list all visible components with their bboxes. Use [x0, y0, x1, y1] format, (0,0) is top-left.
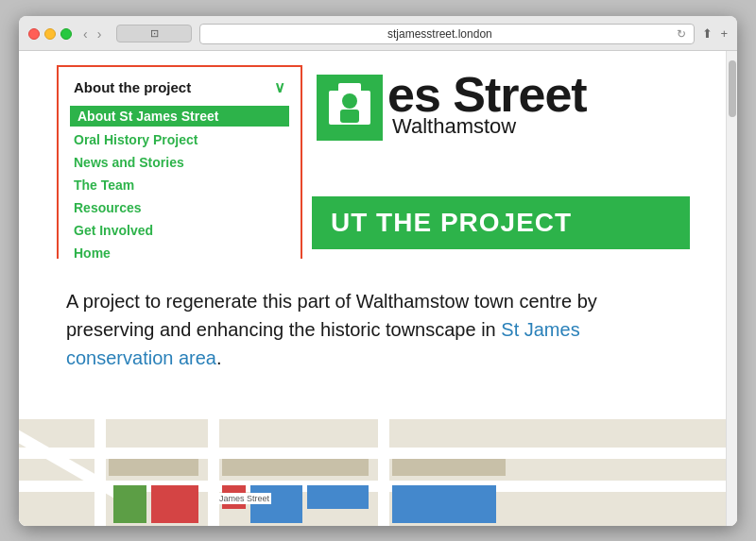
nav-item-oral-history[interactable]: Oral History Project [74, 130, 285, 149]
reload-icon[interactable]: ↻ [677, 27, 686, 41]
map-block-1 [109, 459, 198, 476]
scrollbar-thumb[interactable] [729, 60, 736, 117]
nav-item-home[interactable]: Home [74, 244, 285, 259]
add-tab-icon[interactable]: + [720, 26, 728, 41]
intro-text-end: . [216, 347, 222, 368]
browser-icons: ⬆ + [702, 26, 728, 41]
close-button[interactable] [28, 28, 40, 40]
green-banner: UT THE PROJECT [312, 196, 690, 249]
browser-content: es Street Walthamstow UT THE PROJECT Abo… [19, 51, 737, 526]
address-text: stjamesstreet.london [208, 27, 671, 41]
map-road-v3 [378, 419, 389, 526]
map-block-2 [222, 459, 369, 476]
tab-icon: ⊡ [150, 27, 159, 39]
map-block-green-1 [113, 485, 146, 523]
diagonal-road-container [19, 419, 113, 514]
map-block-red-1 [151, 485, 198, 523]
logo-walthamstow: Walthamstow [392, 114, 587, 139]
hero-logo-area: es Street Walthamstow [312, 70, 690, 145]
logo-text-area: es Street Walthamstow [387, 70, 587, 139]
back-button[interactable]: ‹ [79, 25, 92, 43]
svg-point-2 [342, 93, 357, 109]
forward-button[interactable]: › [94, 25, 106, 43]
fullscreen-button[interactable] [60, 28, 72, 40]
tab-bar: ⊡ [116, 25, 192, 42]
chevron-down-icon: ∨ [274, 78, 285, 96]
nav-item-resources[interactable]: Resources [74, 198, 285, 217]
share-icon[interactable]: ⬆ [702, 26, 713, 41]
nav-item-about-st-james[interactable]: About St James Street [70, 106, 289, 127]
dropdown-menu: About the project ∨ About St James Stree… [57, 65, 302, 259]
intro-paragraph: A project to regenerate this part of Wal… [66, 287, 614, 372]
nav-item-the-team[interactable]: The Team [74, 176, 285, 194]
svg-rect-3 [340, 110, 359, 123]
nav-item-news-stories[interactable]: News and Stories [74, 153, 285, 172]
logo-icon [312, 70, 387, 145]
hero-area: es Street Walthamstow UT THE PROJECT Abo… [19, 51, 737, 259]
map-street-label: James Street [217, 493, 271, 504]
address-bar[interactable]: stjamesstreet.london ↻ [199, 24, 695, 44]
page-content: es Street Walthamstow UT THE PROJECT Abo… [19, 51, 737, 526]
map-road-v2 [208, 419, 219, 526]
nav-buttons: ‹ › [79, 25, 105, 43]
dropdown-items: About St James Street Oral History Proje… [74, 106, 285, 259]
browser-window: ‹ › ⊡ stjamesstreet.london ↻ ⬆ + [19, 16, 737, 526]
logo-street-text: es Street [387, 70, 587, 119]
map-block-3 [392, 459, 506, 476]
minimize-button[interactable] [44, 28, 56, 40]
diagonal-road [19, 419, 113, 504]
nav-item-get-involved[interactable]: Get Involved [74, 221, 285, 240]
map-block-blue-3 [392, 485, 496, 523]
map-area: James Street [19, 419, 737, 526]
dropdown-header: About the project ∨ [74, 78, 285, 96]
svg-rect-4 [338, 83, 361, 93]
dropdown-title: About the project [74, 79, 191, 95]
traffic-lights [28, 28, 72, 40]
body-area: A project to regenerate this part of Wal… [19, 259, 737, 419]
browser-chrome: ‹ › ⊡ stjamesstreet.london ↻ ⬆ + [19, 16, 737, 51]
map-block-blue-2 [307, 485, 369, 509]
map-block-blue-1 [250, 485, 302, 523]
scrollbar[interactable] [726, 51, 737, 526]
